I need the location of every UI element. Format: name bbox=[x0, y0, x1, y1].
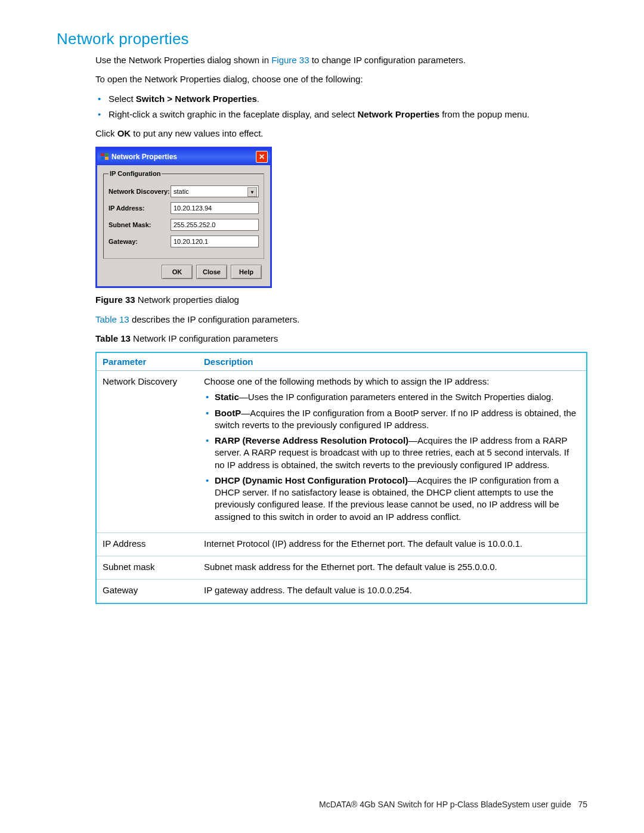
group-legend: IP Configuration bbox=[109, 170, 162, 177]
caption-label: Table 13 bbox=[95, 333, 131, 343]
ip-configuration-group: IP Configuration Network Discovery: stat… bbox=[103, 170, 264, 259]
cell-description: Subnet mask address for the Ethernet por… bbox=[198, 556, 587, 580]
section-heading: Network properties bbox=[57, 30, 587, 48]
close-icon[interactable]: ✕ bbox=[256, 151, 268, 163]
table-row: Subnet mask Subnet mask address for the … bbox=[96, 556, 587, 580]
text: —Acquires the IP configuration from a Bo… bbox=[215, 408, 576, 430]
cell-parameter: Network Discovery bbox=[96, 371, 198, 533]
cell-parameter: Gateway bbox=[96, 580, 198, 603]
table-header-parameter: Parameter bbox=[96, 352, 198, 371]
list-item: Right-click a switch graphic in the face… bbox=[109, 109, 587, 120]
list-item: DHCP (Dynamic Host Configuration Protoco… bbox=[215, 475, 580, 523]
gateway-label: Gateway: bbox=[109, 238, 171, 245]
text: —Uses the IP configuration parameters en… bbox=[239, 392, 554, 402]
intro-paragraph-3: Click OK to put any new values into effe… bbox=[95, 128, 587, 140]
table-row: Network Discovery Choose one of the foll… bbox=[96, 371, 587, 533]
bold-text: DHCP (Dynamic Host Configuration Protoco… bbox=[215, 475, 408, 485]
page-number: 75 bbox=[578, 800, 587, 809]
ok-button[interactable]: OK bbox=[162, 265, 193, 279]
bold-text: OK bbox=[117, 128, 131, 138]
list-item: Select Switch > Network Properties. bbox=[109, 93, 587, 105]
table-13-link[interactable]: Table 13 bbox=[95, 314, 129, 324]
bold-text: RARP (Reverse Address Resolution Protoco… bbox=[215, 435, 408, 445]
list-item: BootP—Acquires the IP configuration from… bbox=[215, 407, 580, 432]
list-item: RARP (Reverse Address Resolution Protoco… bbox=[215, 435, 580, 471]
gateway-input[interactable]: 10.20.120.1 bbox=[171, 236, 259, 247]
subnet-mask-label: Subnet Mask: bbox=[109, 221, 171, 228]
caption-label: Figure 33 bbox=[95, 295, 135, 305]
cell-parameter: Subnet mask bbox=[96, 556, 198, 580]
text: Click bbox=[95, 128, 117, 138]
figure-33-link[interactable]: Figure 33 bbox=[271, 55, 309, 65]
cell-description: IP gateway address. The default value is… bbox=[198, 580, 587, 603]
close-button[interactable]: Close bbox=[196, 265, 227, 279]
bold-text: BootP bbox=[215, 408, 241, 418]
text: from the popup menu. bbox=[439, 109, 530, 119]
cell-description: Choose one of the following methods by w… bbox=[198, 371, 587, 533]
help-button[interactable]: Help bbox=[231, 265, 262, 279]
cell-parameter: IP Address bbox=[96, 532, 198, 556]
bold-text: Network Properties bbox=[357, 109, 439, 119]
figure-caption: Figure 33 Network properties dialog bbox=[95, 294, 587, 306]
list-item: Static—Uses the IP configuration paramet… bbox=[215, 391, 580, 403]
bold-text: Static bbox=[215, 392, 239, 402]
table-header-description: Description bbox=[198, 352, 587, 371]
footer-text: McDATA® 4Gb SAN Switch for HP p-Class Bl… bbox=[319, 800, 571, 809]
ip-config-table: Parameter Description Network Discovery … bbox=[95, 352, 587, 604]
select-value: static bbox=[174, 188, 189, 195]
dialog-titlebar: Network Properties ✕ bbox=[97, 148, 270, 165]
network-discovery-select[interactable]: static ▼ bbox=[171, 185, 259, 197]
window-icon bbox=[101, 153, 109, 160]
text: Right-click a switch graphic in the face… bbox=[109, 109, 357, 119]
table-row: Gateway IP gateway address. The default … bbox=[96, 580, 587, 603]
text: to put any new values into effect. bbox=[131, 128, 263, 138]
table-caption: Table 13 Network IP configuration parame… bbox=[95, 333, 587, 345]
text: to change IP configuration parameters. bbox=[309, 55, 466, 65]
intro-paragraph-2: To open the Network Properties dialog, c… bbox=[95, 73, 587, 85]
ip-address-label: IP Address: bbox=[109, 205, 171, 212]
table-row: IP Address Internet Protocol (IP) addres… bbox=[96, 532, 587, 556]
text: Select bbox=[109, 94, 136, 104]
dialog-title: Network Properties bbox=[112, 153, 177, 161]
text: Use the Network Properties dialog shown … bbox=[95, 55, 271, 65]
text: Choose one of the following methods by w… bbox=[204, 376, 489, 386]
open-methods-list: Select Switch > Network Properties. Righ… bbox=[95, 93, 587, 121]
bold-text: Switch > Network Properties bbox=[136, 94, 257, 104]
network-discovery-label: Network Discovery: bbox=[109, 188, 171, 195]
ip-address-input[interactable]: 10.20.123.94 bbox=[171, 202, 259, 214]
caption-text: Network IP configuration parameters bbox=[131, 333, 278, 343]
text: describes the IP configuration parameter… bbox=[129, 314, 300, 324]
page-footer: McDATA® 4Gb SAN Switch for HP p-Class Bl… bbox=[319, 800, 587, 809]
chevron-down-icon[interactable]: ▼ bbox=[247, 187, 257, 197]
network-properties-dialog: Network Properties ✕ IP Configuration Ne… bbox=[95, 147, 272, 288]
caption-text: Network properties dialog bbox=[135, 295, 239, 305]
table-reference: Table 13 describes the IP configuration … bbox=[95, 314, 587, 326]
cell-description: Internet Protocol (IP) address for the E… bbox=[198, 532, 587, 556]
text: . bbox=[257, 94, 259, 104]
subnet-mask-input[interactable]: 255.255.252.0 bbox=[171, 219, 259, 231]
intro-paragraph-1: Use the Network Properties dialog shown … bbox=[95, 54, 587, 66]
